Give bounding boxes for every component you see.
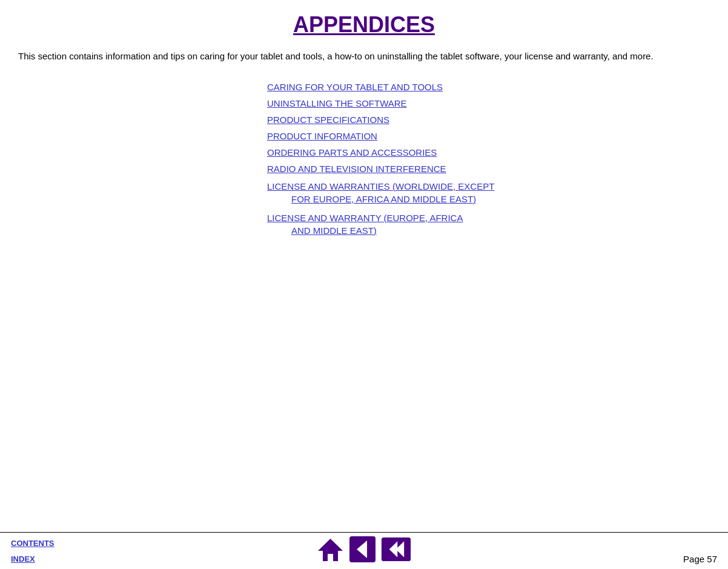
toc-link-8[interactable]: LICENSE AND WARRANTY (EUROPE, AFRICA AND… [267, 211, 582, 237]
toc-item-4: PRODUCT INFORMATION [267, 131, 582, 145]
index-link[interactable]: INDEX [11, 554, 35, 564]
toc-item-8: LICENSE AND WARRANTY (EUROPE, AFRICA AND… [267, 211, 582, 241]
toc-link-7[interactable]: LICENSE AND WARRANTIES (WORLDWIDE, EXCEP… [267, 180, 582, 205]
toc-item-6: RADIO AND TELEVISION INTERFERENCE [267, 164, 582, 178]
back-icon[interactable] [349, 536, 376, 563]
toc-link-7-indent: FOR EUROPE, AFRICA AND MIDDLE EAST) [267, 194, 476, 204]
page-number: Page 57 [683, 554, 717, 564]
home-icon[interactable] [317, 536, 344, 563]
toc-link-2[interactable]: UNINSTALLING THE SOFTWARE [267, 98, 582, 108]
toc-item-1: CARING FOR YOUR TABLET AND TOOLS [267, 82, 582, 96]
toc-link-4[interactable]: PRODUCT INFORMATION [267, 131, 582, 141]
toc-item-7: LICENSE AND WARRANTIES (WORLDWIDE, EXCEP… [267, 180, 582, 209]
intro-text: This section contains information and ti… [18, 50, 710, 64]
toc-item-5: ORDERING PARTS AND ACCESSORIES [267, 147, 582, 161]
footer-bottom-row: INDEX Page 57 [0, 550, 728, 569]
main-content: APPENDICES This section contains informa… [0, 0, 728, 503]
toc-item-3: PRODUCT SPECIFICATIONS [267, 115, 582, 128]
toc-link-3[interactable]: PRODUCT SPECIFICATIONS [267, 115, 582, 125]
page-title: APPENDICES [18, 12, 710, 38]
prev-icon[interactable] [381, 536, 411, 563]
toc-item-2: UNINSTALLING THE SOFTWARE [267, 98, 582, 112]
toc-link-1[interactable]: CARING FOR YOUR TABLET AND TOOLS [267, 82, 582, 92]
toc-container: CARING FOR YOUR TABLET AND TOOLS UNINSTA… [18, 82, 710, 243]
footer: CONTENTS INDEX Page 57 [0, 532, 728, 569]
contents-link[interactable]: CONTENTS [11, 539, 55, 548]
nav-icons-container [317, 536, 411, 563]
toc-link-6[interactable]: RADIO AND TELEVISION INTERFERENCE [267, 164, 582, 174]
svg-marker-0 [318, 539, 343, 561]
toc-link-8-indent: AND MIDDLE EAST) [267, 225, 377, 236]
toc-link-5[interactable]: ORDERING PARTS AND ACCESSORIES [267, 147, 582, 158]
